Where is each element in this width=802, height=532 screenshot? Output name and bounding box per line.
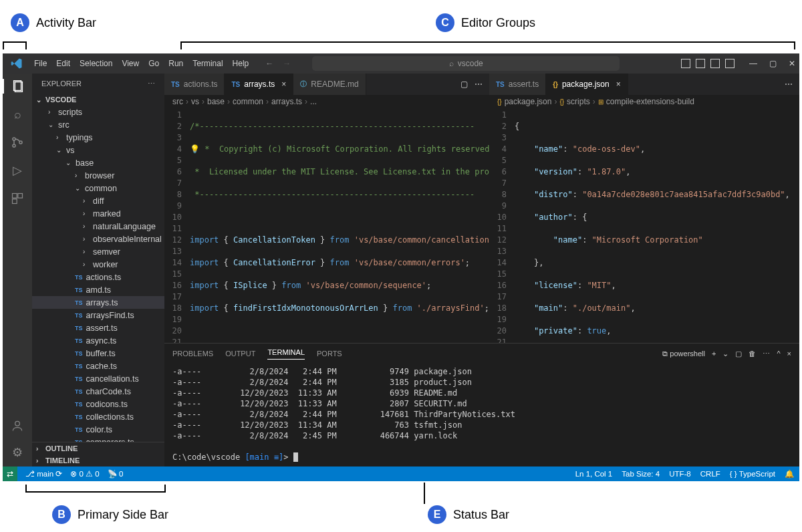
menu-go[interactable]: Go	[144, 56, 164, 71]
breadcrumb-item[interactable]: ...	[310, 97, 317, 106]
breadcrumb-item[interactable]: arrays.ts	[271, 97, 302, 106]
layout-icon-1[interactable]	[681, 59, 690, 68]
tab-arrays-ts[interactable]: TSarrays.ts×	[225, 74, 293, 95]
tree-item-base[interactable]: ⌄base	[32, 156, 164, 169]
outline-section[interactable]: › OUTLINE	[32, 442, 164, 454]
panel-close-icon[interactable]: ×	[787, 350, 791, 358]
layout-icon-2[interactable]	[696, 59, 705, 68]
tree-item-cache-ts[interactable]: TScache.ts	[32, 360, 164, 372]
tree-item-vs[interactable]: ⌄vs	[32, 144, 164, 156]
status-bell-icon[interactable]: 🔔	[785, 469, 794, 479]
tree-item-marked[interactable]: ›marked	[32, 207, 164, 220]
tab-README-md[interactable]: ⓘREADME.md	[293, 74, 366, 95]
tree-item-cancellation-ts[interactable]: TScancellation.ts	[32, 372, 164, 385]
breadcrumb-item[interactable]: vs	[191, 97, 199, 106]
tree-item-charCode-ts[interactable]: TScharCode.ts	[32, 385, 164, 398]
panel-tab-terminal[interactable]: TERMINAL	[267, 348, 305, 360]
status-eol[interactable]: CRLF	[700, 470, 720, 478]
breadcrumb-item[interactable]: scripts	[567, 97, 590, 106]
nav-forward-icon[interactable]: →	[283, 59, 291, 68]
tree-item-semver[interactable]: ›semver	[32, 245, 164, 258]
tree-item-comparers-ts[interactable]: TScomparers.ts	[32, 436, 164, 442]
tab-assert-ts[interactable]: TSassert.ts	[489, 74, 546, 95]
command-center[interactable]: ⌕ vscode	[312, 56, 620, 71]
status-encoding[interactable]: UTF-8	[669, 470, 691, 478]
tree-item-browser[interactable]: ›browser	[32, 169, 164, 182]
code-1[interactable]: /*--------------------------------------…	[190, 108, 489, 343]
layout-icon-3[interactable]	[710, 59, 720, 68]
more-icon[interactable]: ⋯	[785, 80, 793, 89]
tree-item-diff[interactable]: ›diff	[32, 194, 164, 207]
breadcrumb-item[interactable]: common	[233, 97, 263, 106]
tab-actions-ts[interactable]: TSactions.ts	[164, 74, 225, 95]
tab-close-icon[interactable]: ×	[616, 80, 621, 89]
breadcrumb-item[interactable]: base	[207, 97, 225, 106]
split-icon[interactable]: ▢	[460, 80, 468, 89]
breadcrumb-item[interactable]: compile-extensions-build	[606, 97, 694, 106]
status-ports[interactable]: 📡 0	[108, 469, 124, 479]
sidebar-root[interactable]: ⌄ VSCODE	[32, 94, 164, 106]
tree-item-amd-ts[interactable]: TSamd.ts	[32, 283, 164, 296]
tree-item-arrays-ts[interactable]: TSarrays.ts	[32, 296, 164, 309]
status-cursor[interactable]: Ln 1, Col 1	[575, 470, 613, 478]
terminal[interactable]: -a---- 2/8/2024 2:44 PM 9749 package.jso…	[164, 364, 799, 467]
maximize-icon[interactable]: ▢	[769, 59, 777, 68]
terminal-prompt[interactable]: C:\code\vscode [main ≡]>	[172, 452, 791, 462]
close-icon[interactable]: ✕	[789, 59, 795, 68]
breadcrumb-2[interactable]: {} package.json›{} scripts›⊞ compile-ext…	[489, 95, 799, 108]
tab-package-json[interactable]: {}package.json×	[546, 74, 628, 95]
editor-body-2[interactable]: 12345678910111213141516171819202122 { "n…	[489, 108, 799, 343]
more-icon[interactable]: ⋯	[475, 80, 483, 89]
activity-extensions-icon[interactable]	[10, 191, 25, 206]
menu-file[interactable]: File	[29, 56, 51, 71]
activity-search-icon[interactable]: ⌕	[10, 107, 25, 122]
sidebar-more-icon[interactable]: ⋯	[148, 80, 155, 88]
tree-item-assert-ts[interactable]: TSassert.ts	[32, 321, 164, 334]
tree-item-codicons-ts[interactable]: TScodicons.ts	[32, 398, 164, 410]
terminal-dropdown-icon[interactable]: ⌄	[722, 350, 728, 358]
tree-item-actions-ts[interactable]: TSactions.ts	[32, 271, 164, 283]
lightbulb-icon[interactable]: 💡	[190, 144, 200, 154]
menu-help[interactable]: Help	[228, 56, 254, 71]
tree-item-common[interactable]: ⌄common	[32, 182, 164, 194]
timeline-section[interactable]: › TIMELINE	[32, 454, 164, 467]
panel-more-icon[interactable]: ⋯	[763, 350, 770, 358]
tree-item-buffer-ts[interactable]: TSbuffer.ts	[32, 347, 164, 360]
panel-max-icon[interactable]: ^	[777, 350, 780, 358]
remote-indicator[interactable]: ⇄	[3, 467, 17, 481]
activity-scm-icon[interactable]	[10, 135, 25, 150]
tree-item-scripts[interactable]: ›scripts	[32, 106, 164, 118]
activity-settings-icon[interactable]: ⚙	[10, 445, 25, 460]
breadcrumb-1[interactable]: src›vs›base›common›arrays.ts›...	[164, 95, 489, 108]
status-lang[interactable]: { } TypeScript	[730, 470, 775, 478]
tree-item-worker[interactable]: ›worker	[32, 258, 164, 271]
tab-close-icon[interactable]: ×	[281, 80, 286, 89]
menu-selection[interactable]: Selection	[75, 56, 117, 71]
panel-tab-problems[interactable]: PROBLEMS	[172, 350, 213, 358]
split-terminal-icon[interactable]: ▢	[735, 350, 742, 358]
breadcrumb-item[interactable]: package.json	[505, 97, 552, 106]
status-problems[interactable]: ⊗ 0 ⚠ 0	[70, 469, 99, 479]
menu-edit[interactable]: Edit	[51, 56, 75, 71]
menu-view[interactable]: View	[117, 56, 144, 71]
editor-body-1[interactable]: 1234567891011121314151617181920212223 /*…	[164, 108, 489, 343]
status-branch[interactable]: ⎇ main ⟳	[25, 469, 62, 479]
status-tabsize[interactable]: Tab Size: 4	[622, 470, 660, 478]
trash-icon[interactable]: 🗑	[749, 350, 756, 358]
layout-icon-4[interactable]	[725, 59, 734, 68]
menu-terminal[interactable]: Terminal	[188, 56, 227, 71]
code-2[interactable]: { "name": "code-oss-dev", "version": "1.…	[515, 108, 799, 343]
tree-item-src[interactable]: ⌄src	[32, 118, 164, 131]
activity-account-icon[interactable]	[10, 418, 25, 433]
tree-item-arraysFind-ts[interactable]: TSarraysFind.ts	[32, 309, 164, 321]
terminal-shell[interactable]: ⧉ powershell	[662, 350, 705, 358]
nav-back-icon[interactable]: ←	[265, 59, 273, 68]
new-terminal-icon[interactable]: +	[712, 350, 716, 358]
tree-item-observableInternal[interactable]: ›observableInternal	[32, 233, 164, 245]
tree-item-collections-ts[interactable]: TScollections.ts	[32, 410, 164, 423]
tree-item-async-ts[interactable]: TSasync.ts	[32, 334, 164, 347]
breadcrumb-item[interactable]: src	[172, 97, 183, 106]
activity-explorer-icon[interactable]	[3, 79, 32, 94]
activity-debug-icon[interactable]: ▷	[10, 163, 25, 178]
panel-tab-ports[interactable]: PORTS	[317, 350, 342, 358]
